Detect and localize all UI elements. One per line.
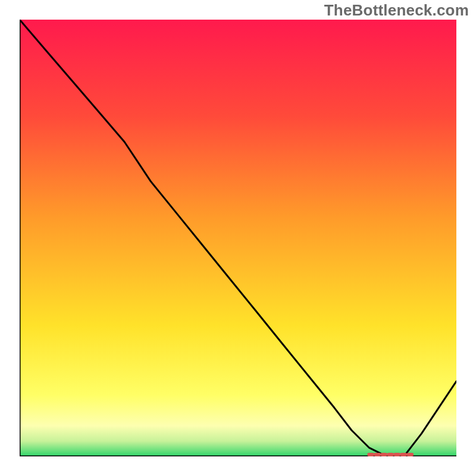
plot-background: [20, 20, 456, 456]
chart-stage: TheBottleneck.com: [0, 0, 476, 476]
bottleneck-chart: [20, 20, 456, 456]
watermark-text: TheBottleneck.com: [324, 1, 469, 20]
